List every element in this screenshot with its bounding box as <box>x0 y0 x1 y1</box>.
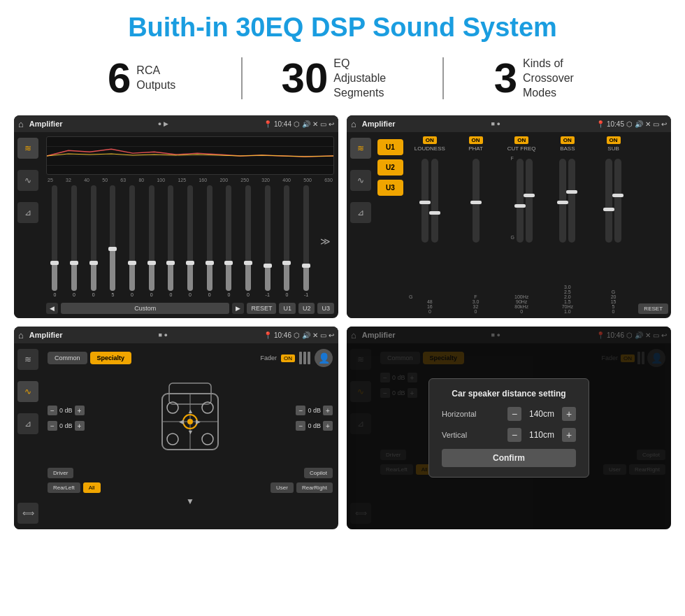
eq-slider-3[interactable]: 0 <box>85 185 102 297</box>
home-icon[interactable]: ⌂ <box>18 119 24 129</box>
home-icon-3[interactable]: ⌂ <box>18 330 24 341</box>
db-minus-bl[interactable]: − <box>48 421 57 431</box>
pin-icon-2: 📍 <box>596 120 605 128</box>
close-icon: ✕ <box>312 120 318 128</box>
driver-btn[interactable]: Driver <box>48 468 73 478</box>
tab-specialty[interactable]: Specialty <box>90 352 132 364</box>
channel-main: Common Specialty Fader ON 👤 <box>42 343 338 529</box>
ch-icon-sound[interactable]: ⊿ <box>17 413 38 434</box>
amp-icon-sound[interactable]: ⊿ <box>350 202 371 223</box>
ch-icon-arrows[interactable]: ⟺ <box>17 503 38 524</box>
eq-u1-btn[interactable]: U1 <box>279 303 296 314</box>
eq-slider-11[interactable]: 0 <box>240 185 257 297</box>
home-icon-2[interactable]: ⌂ <box>351 119 356 129</box>
bass-slider-1[interactable] <box>559 159 566 243</box>
vertical-plus-btn[interactable]: + <box>562 428 576 442</box>
db-plus-bl[interactable]: + <box>75 421 85 431</box>
eq-slider-4[interactable]: 5 <box>104 185 122 297</box>
db-minus-tr[interactable]: − <box>296 406 305 415</box>
eq-icon-eq[interactable]: ≋ <box>17 138 38 159</box>
eq-u3-btn[interactable]: U3 <box>317 303 334 314</box>
svg-text:▶: ▶ <box>196 418 201 425</box>
freq-630: 630 <box>324 178 333 182</box>
window-icon: ▭ <box>320 120 326 128</box>
distance-dialog: Car speaker distance setting Horizontal … <box>428 378 589 478</box>
dialog-row-horizontal: Horizontal − 140cm + <box>442 407 576 421</box>
loudness-slider-2[interactable] <box>431 159 438 243</box>
fader-on-badge[interactable]: ON <box>281 354 295 362</box>
loudness-slider-1[interactable] <box>421 159 428 243</box>
eq-icon-wave[interactable]: ∿ <box>17 170 38 191</box>
horizontal-plus-btn[interactable]: + <box>562 407 576 421</box>
amp-icon-eq[interactable]: ≋ <box>350 138 371 159</box>
all-btn[interactable]: All <box>83 482 101 493</box>
bass-slider-2[interactable] <box>568 159 575 243</box>
eq-slider-1[interactable]: 0 <box>46 185 64 297</box>
close-icon-2: ✕ <box>645 120 651 128</box>
eq-u2-btn[interactable]: U2 <box>298 303 315 314</box>
eq-slider-7[interactable]: 0 <box>162 185 180 297</box>
eq-slider-6[interactable]: 0 <box>143 185 160 297</box>
eq-bottom-bar: ◀ Custom ▶ RESET U1 U2 U3 <box>46 303 334 314</box>
eq-prev-btn[interactable]: ◀ <box>46 303 58 314</box>
rearleft-btn[interactable]: RearLeft <box>48 482 80 493</box>
eq-next-btn[interactable]: ▶ <box>232 303 244 314</box>
eq-slider-10[interactable]: 0 <box>220 185 238 297</box>
amp-reset-btn[interactable]: RESET <box>638 303 668 314</box>
eq-slider-13[interactable]: 0 <box>278 185 296 297</box>
eq-main: 25 32 40 50 63 80 100 125 160 200 250 32… <box>42 132 338 318</box>
copilot-btn[interactable]: Copilot <box>304 468 333 478</box>
right-db-controls: − 0 dB + − 0 dB + <box>296 406 333 431</box>
db-plus-br[interactable]: + <box>323 421 333 431</box>
phat-on[interactable]: ON <box>469 136 483 144</box>
sub-on[interactable]: ON <box>607 136 621 144</box>
eq-slider-12[interactable]: -1 <box>259 185 276 297</box>
back-icon[interactable]: ↩ <box>329 120 334 128</box>
phat-freq3: 0 <box>475 309 477 314</box>
sub-slider-1[interactable] <box>605 159 612 243</box>
u1-btn[interactable]: U1 <box>377 139 403 155</box>
scroll-down-arrow[interactable]: ▼ <box>48 494 333 507</box>
back-icon-2[interactable]: ↩ <box>661 120 667 128</box>
cutfreq-slider-1[interactable] <box>517 159 524 243</box>
eq-reset-btn[interactable]: RESET <box>247 303 276 314</box>
ch-icon-eq[interactable]: ≋ <box>17 349 38 370</box>
eq-slider-5[interactable]: 0 <box>124 185 141 297</box>
eq-icon-sound[interactable]: ⊿ <box>17 202 38 223</box>
eq-expand[interactable]: ≫ <box>317 185 334 297</box>
confirm-button[interactable]: Confirm <box>442 449 576 467</box>
db-plus-tr[interactable]: + <box>323 406 333 415</box>
eq-slider-2[interactable]: 0 <box>66 185 83 297</box>
phat-slider[interactable] <box>473 159 480 243</box>
eq-mode-btn[interactable]: Custom <box>61 303 229 314</box>
horizontal-minus-btn[interactable]: − <box>507 407 521 421</box>
rearright-btn[interactable]: RearRight <box>296 482 333 493</box>
db-minus-tl[interactable]: − <box>48 406 57 415</box>
u2-btn[interactable]: U2 <box>377 159 403 176</box>
loudness-on[interactable]: ON <box>423 136 437 144</box>
tab-common[interactable]: Common <box>48 352 87 364</box>
eq-slider-8[interactable]: 0 <box>182 185 199 297</box>
back-icon-3[interactable]: ↩ <box>329 331 334 339</box>
cutfreq-slider-2[interactable] <box>526 159 533 243</box>
profile-icon[interactable]: 👤 <box>315 349 333 367</box>
svg-point-9 <box>167 434 178 445</box>
eq-slider-9[interactable]: 0 <box>201 185 218 297</box>
freq-80: 80 <box>138 178 144 182</box>
u3-btn[interactable]: U3 <box>377 180 403 196</box>
amp-icon-wave[interactable]: ∿ <box>350 170 371 191</box>
vertical-minus-btn[interactable]: − <box>507 428 521 442</box>
sub-slider-2[interactable] <box>614 159 621 243</box>
user-btn[interactable]: User <box>271 482 294 493</box>
eq-slider-14[interactable]: -1 <box>298 185 315 297</box>
bass-on[interactable]: ON <box>561 136 575 144</box>
loudness-label: LOUDNESS <box>414 145 445 152</box>
cutfreq-on[interactable]: ON <box>514 136 528 144</box>
ch-icon-wave[interactable]: ∿ <box>17 381 38 402</box>
db-minus-br[interactable]: − <box>296 421 305 431</box>
db-plus-tl[interactable]: + <box>75 406 85 415</box>
bottom-btns-3b: RearLeft All User RearRight <box>48 482 333 493</box>
screen1-time: 10:44 <box>274 120 291 128</box>
bottom-btns-3: Driver Copilot <box>48 468 333 478</box>
horizontal-value: 140cm <box>524 409 559 419</box>
